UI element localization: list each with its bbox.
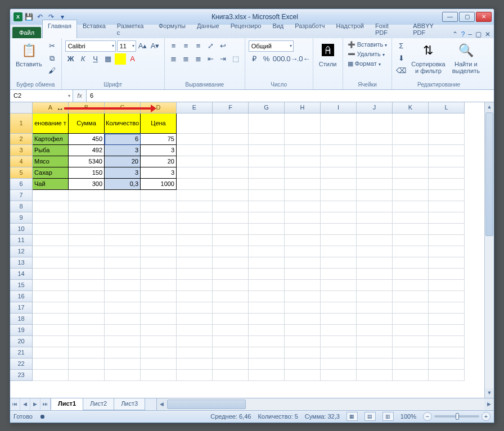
- cell-C6[interactable]: 0,3: [105, 179, 141, 190]
- cell-H13[interactable]: [285, 257, 321, 269]
- number-format-combo[interactable]: Общий: [249, 40, 294, 52]
- cell-E13[interactable]: [177, 257, 213, 269]
- cell-C23[interactable]: [105, 370, 141, 381]
- row-header-17[interactable]: 17: [10, 302, 33, 314]
- cell-F5[interactable]: [213, 167, 249, 179]
- cell-C3[interactable]: 3: [105, 145, 141, 156]
- cell-D7[interactable]: [141, 190, 177, 201]
- cell-G5[interactable]: [249, 167, 285, 179]
- cell-F10[interactable]: [213, 224, 249, 235]
- close-button[interactable]: ✕: [476, 12, 492, 22]
- cell-I19[interactable]: [321, 325, 357, 336]
- row-header-14[interactable]: 14: [10, 269, 33, 280]
- cell-E3[interactable]: [177, 145, 213, 156]
- increase-indent-icon[interactable]: ⇥: [218, 53, 229, 65]
- cell-L3[interactable]: [429, 145, 465, 156]
- clear-icon[interactable]: ⌫: [395, 65, 407, 76]
- shrink-font-icon[interactable]: A▾: [150, 40, 161, 52]
- cell-G19[interactable]: [249, 325, 285, 336]
- cell-A11[interactable]: [33, 235, 69, 246]
- cell-B11[interactable]: [69, 235, 105, 246]
- cell-H1[interactable]: [285, 114, 321, 134]
- cell-L13[interactable]: [429, 257, 465, 269]
- cell-B7[interactable]: [69, 190, 105, 201]
- fill-color-icon[interactable]: [115, 53, 126, 65]
- cell-L2[interactable]: [429, 134, 465, 145]
- file-tab[interactable]: Файл: [12, 27, 41, 38]
- cell-H20[interactable]: [285, 336, 321, 347]
- cell-L11[interactable]: [429, 235, 465, 246]
- cut-icon[interactable]: ✂: [47, 40, 58, 52]
- cell-B21[interactable]: [69, 347, 105, 359]
- font-name-combo[interactable]: Calibri: [65, 40, 116, 52]
- cell-G23[interactable]: [249, 370, 285, 381]
- cell-A9[interactable]: [33, 212, 69, 224]
- cell-C21[interactable]: [105, 347, 141, 359]
- cell-K3[interactable]: [393, 145, 429, 156]
- zoom-level[interactable]: 100%: [400, 413, 416, 420]
- vscroll-thumb[interactable]: [485, 112, 493, 236]
- underline-button[interactable]: Ч: [90, 53, 101, 65]
- cell-L22[interactable]: [429, 359, 465, 370]
- cell-F8[interactable]: [213, 201, 249, 212]
- fill-icon[interactable]: ⬇: [395, 53, 407, 64]
- cell-L9[interactable]: [429, 212, 465, 224]
- cell-I15[interactable]: [321, 280, 357, 291]
- column-header-H[interactable]: H: [285, 102, 321, 114]
- cell-G12[interactable]: [249, 246, 285, 257]
- borders-icon[interactable]: ▦: [102, 53, 114, 65]
- row-header-12[interactable]: 12: [10, 246, 33, 257]
- cell-K19[interactable]: [393, 325, 429, 336]
- cell-J11[interactable]: [357, 235, 393, 246]
- cell-J2[interactable]: [357, 134, 393, 145]
- cell-A19[interactable]: [33, 325, 69, 336]
- zoom-in-button[interactable]: +: [482, 412, 490, 421]
- cell-D16[interactable]: [141, 291, 177, 302]
- cell-B2[interactable]: 450: [69, 134, 105, 145]
- cell-H8[interactable]: [285, 201, 321, 212]
- cell-A1[interactable]: енование т: [33, 114, 69, 134]
- align-top-icon[interactable]: ≡: [168, 40, 179, 52]
- cell-F2[interactable]: [213, 134, 249, 145]
- cell-E1[interactable]: [177, 114, 213, 134]
- cell-E12[interactable]: [177, 246, 213, 257]
- cell-B12[interactable]: [69, 246, 105, 257]
- cell-F18[interactable]: [213, 314, 249, 325]
- cell-G18[interactable]: [249, 314, 285, 325]
- cell-B10[interactable]: [69, 224, 105, 235]
- cell-F16[interactable]: [213, 291, 249, 302]
- column-header-G[interactable]: G: [249, 102, 285, 114]
- cell-B1[interactable]: Сумма: [69, 114, 105, 134]
- cell-H3[interactable]: [285, 145, 321, 156]
- italic-button[interactable]: К: [78, 53, 89, 65]
- column-header-A[interactable]: A: [33, 102, 69, 114]
- cell-E10[interactable]: [177, 224, 213, 235]
- cell-G13[interactable]: [249, 257, 285, 269]
- merge-icon[interactable]: ⬚: [230, 53, 241, 65]
- decrease-decimal-icon[interactable]: .0←: [298, 53, 309, 65]
- cell-F15[interactable]: [213, 280, 249, 291]
- cell-G10[interactable]: [249, 224, 285, 235]
- cell-L7[interactable]: [429, 190, 465, 201]
- ribbon-tab-2[interactable]: Разметка с: [111, 20, 153, 38]
- cell-E21[interactable]: [177, 347, 213, 359]
- cell-I17[interactable]: [321, 302, 357, 314]
- cell-J9[interactable]: [357, 212, 393, 224]
- cell-B17[interactable]: [69, 302, 105, 314]
- cell-K20[interactable]: [393, 336, 429, 347]
- cell-J14[interactable]: [357, 269, 393, 280]
- cell-C11[interactable]: [105, 235, 141, 246]
- cell-C1[interactable]: Количество: [105, 114, 141, 134]
- cell-F22[interactable]: [213, 359, 249, 370]
- scroll-right-icon[interactable]: ▶: [484, 398, 494, 410]
- cell-B13[interactable]: [69, 257, 105, 269]
- orientation-icon[interactable]: ⤢: [205, 40, 217, 52]
- cell-I4[interactable]: [321, 156, 357, 167]
- cell-K8[interactable]: [393, 201, 429, 212]
- row-header-9[interactable]: 9: [10, 212, 33, 224]
- cell-J8[interactable]: [357, 201, 393, 212]
- cell-E23[interactable]: [177, 370, 213, 381]
- cell-F11[interactable]: [213, 235, 249, 246]
- cell-J12[interactable]: [357, 246, 393, 257]
- cell-L23[interactable]: [429, 370, 465, 381]
